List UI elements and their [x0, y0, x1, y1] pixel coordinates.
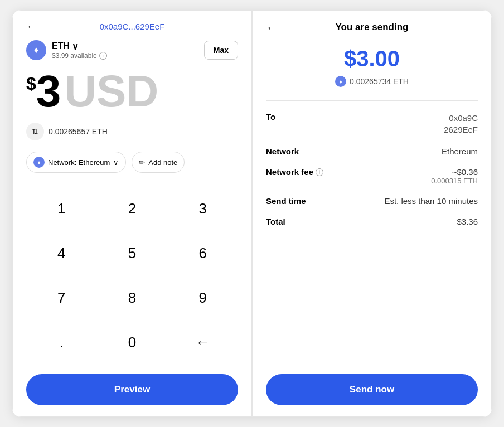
- key-2[interactable]: 2: [97, 186, 168, 231]
- key-3[interactable]: 3: [167, 186, 238, 231]
- amount-display: $ 3 USD: [26, 69, 238, 114]
- token-chevron-icon: ∨: [72, 41, 79, 52]
- key-5[interactable]: 5: [97, 231, 168, 275]
- fee-label: Network fee: [266, 167, 313, 177]
- to-label: To: [266, 112, 275, 122]
- add-note-label: Add note: [148, 158, 177, 167]
- fee-eth: 0.000315 ETH: [431, 177, 478, 185]
- numpad: 1 2 3 4 5 6 7 8 9 . 0 ←: [26, 186, 238, 365]
- send-time-label: Send time: [266, 196, 306, 206]
- key-dot[interactable]: .: [26, 321, 97, 365]
- send-screen: ← 0x0a9C...629EeF ♦ ETH ∨ $3.99 availabl…: [12, 10, 252, 417]
- eth-equivalent: 0.00265657 ETH: [49, 127, 108, 136]
- total-label: Total: [266, 217, 285, 226]
- token-symbol: ETH: [52, 41, 70, 51]
- eth-amount-confirm: 0.00265734 ETH: [350, 77, 409, 86]
- key-1[interactable]: 1: [26, 186, 97, 231]
- sending-amount-usd: $3.00: [266, 46, 478, 71]
- eth-token-icon: ♦: [26, 40, 46, 60]
- key-8[interactable]: 8: [97, 276, 168, 321]
- divider: [266, 100, 478, 101]
- network-selector[interactable]: ♦ Network: Ethereum ∨: [26, 152, 126, 173]
- network-row-label: Network: [266, 147, 299, 156]
- send-now-button[interactable]: Send now: [266, 374, 478, 405]
- key-9[interactable]: 9: [167, 276, 238, 321]
- eth-amount-row: ⇅ 0.00265657 ETH: [26, 123, 238, 140]
- sending-amount-eth: ♦ 0.00265734 ETH: [266, 76, 478, 87]
- fee-row: Network fee i ~$0.36 0.000315 ETH: [266, 167, 478, 185]
- preview-button[interactable]: Preview: [26, 374, 238, 405]
- key-backspace[interactable]: ←: [167, 321, 238, 365]
- network-chevron-icon: ∨: [113, 158, 119, 167]
- network-eth-icon: ♦: [33, 157, 45, 168]
- to-address-line2: 2629EeF: [444, 124, 478, 135]
- total-row: Total $3.36: [266, 217, 478, 226]
- add-note-button[interactable]: ✏ Add note: [132, 152, 185, 173]
- key-4[interactable]: 4: [26, 231, 97, 275]
- network-row: Network Ethereum: [266, 147, 478, 156]
- fee-usd: ~$0.36: [431, 167, 478, 177]
- back-button[interactable]: ←: [26, 20, 37, 33]
- key-7[interactable]: 7: [26, 276, 97, 321]
- recipient-address[interactable]: 0x0a9C...629EeF: [100, 22, 165, 31]
- token-row: ♦ ETH ∨ $3.99 available i Max: [26, 40, 238, 60]
- key-0[interactable]: 0: [97, 321, 168, 365]
- screen2-title: You are sending: [336, 22, 409, 33]
- screen1-header: ← 0x0a9C...629EeF: [26, 22, 238, 31]
- send-time-value: Est. less than 10 minutes: [384, 196, 478, 206]
- token-available-balance: $3.99 available i: [52, 52, 107, 60]
- screen2-header: ← You are sending: [266, 22, 478, 33]
- max-button[interactable]: Max: [204, 41, 238, 60]
- fee-info-icon[interactable]: i: [316, 168, 323, 176]
- network-row-value: Ethereum: [442, 147, 478, 156]
- fee-label-group: Network fee i: [266, 167, 323, 177]
- to-row: To 0x0a9C 2629EeF: [266, 112, 478, 135]
- info-icon[interactable]: i: [99, 52, 107, 60]
- to-address-line1: 0x0a9C: [444, 112, 478, 124]
- currency-label: USD: [64, 69, 158, 114]
- dollar-sign: $: [26, 74, 36, 94]
- swap-currency-button[interactable]: ⇅: [26, 123, 44, 140]
- confirmation-screen: ← You are sending $3.00 ♦ 0.00265734 ETH…: [252, 10, 492, 417]
- eth-icon-confirm: ♦: [335, 76, 346, 87]
- options-row: ♦ Network: Ethereum ∨ ✏ Add note: [26, 152, 238, 173]
- to-address: 0x0a9C 2629EeF: [444, 112, 478, 135]
- network-label: Network: Ethereum: [48, 158, 110, 167]
- pencil-icon: ✏: [139, 158, 145, 167]
- token-info[interactable]: ♦ ETH ∨ $3.99 available i: [26, 40, 107, 60]
- amount-number: 3: [36, 69, 61, 114]
- key-6[interactable]: 6: [167, 231, 238, 275]
- back-button-2[interactable]: ←: [266, 21, 277, 34]
- token-name-row: ETH ∨: [52, 41, 107, 52]
- send-time-row: Send time Est. less than 10 minutes: [266, 196, 478, 206]
- total-value: $3.36: [457, 217, 478, 226]
